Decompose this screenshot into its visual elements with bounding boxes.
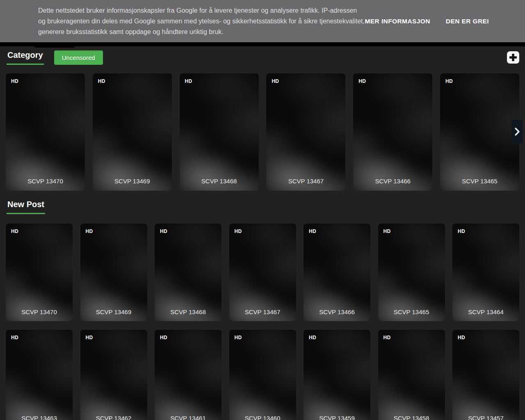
video-card[interactable]: HD SCVP 13459 <box>304 330 370 420</box>
video-thumbnail <box>353 73 432 191</box>
video-card[interactable]: HD SCVP 13469 <box>80 224 147 321</box>
hd-badge: HD <box>235 335 242 340</box>
hd-badge: HD <box>445 78 453 84</box>
hd-badge: HD <box>383 228 391 234</box>
cookie-actions: MER INFORMASJON DEN ER GREI <box>365 18 489 25</box>
video-card[interactable]: HD SCVP 13463 <box>6 330 73 420</box>
video-title: SCVP 13464 <box>452 308 519 315</box>
video-thumbnail <box>229 224 296 321</box>
carousel-next-button[interactable] <box>511 120 523 144</box>
video-card[interactable]: HD SCVP 13466 <box>304 224 370 321</box>
video-card[interactable]: HD SCVP 13465 <box>378 224 445 321</box>
category-section-header: Category Uncensored <box>6 50 519 65</box>
video-thumbnail <box>452 224 519 321</box>
video-thumbnail <box>80 224 147 321</box>
main-content: Category Uncensored HD SCVP 13470 HD <box>0 46 525 420</box>
cookie-message: Dette nettstedet bruker informasjonskaps… <box>38 5 365 37</box>
hd-badge: HD <box>235 228 242 234</box>
chevron-right-icon <box>514 127 520 136</box>
video-card[interactable]: HD SCVP 13468 <box>155 224 221 321</box>
hd-badge: HD <box>86 228 93 234</box>
video-thumbnail <box>440 73 519 191</box>
video-title: SCVP 13467 <box>229 308 296 315</box>
video-thumbnail <box>155 330 221 420</box>
video-card[interactable]: HD SCVP 13467 <box>266 73 345 191</box>
video-card[interactable]: HD SCVP 13465 <box>440 73 519 191</box>
new-post-row-1: HD SCVP 13470 HD SCVP 13469 HD SCVP 1346… <box>6 224 519 321</box>
hd-badge: HD <box>458 335 465 340</box>
cookie-consent-banner: Dette nettstedet bruker informasjonskaps… <box>0 0 525 42</box>
video-title: SCVP 13465 <box>440 178 519 185</box>
video-thumbnail <box>378 330 445 420</box>
video-thumbnail <box>93 73 172 191</box>
video-title: SCVP 13466 <box>304 308 370 315</box>
video-thumbnail <box>452 330 519 420</box>
video-title: SCVP 13468 <box>155 308 221 315</box>
video-title: SCVP 13461 <box>155 415 221 420</box>
video-card[interactable]: HD SCVP 13464 <box>452 224 519 321</box>
video-thumbnail <box>266 73 345 191</box>
new-post-row-2: HD SCVP 13463 HD SCVP 13462 HD SCVP 1346… <box>6 330 519 420</box>
video-thumbnail <box>304 224 370 321</box>
hd-badge: HD <box>358 78 366 84</box>
video-thumbnail <box>80 330 147 420</box>
video-title: SCVP 13467 <box>266 178 345 185</box>
video-thumbnail <box>304 330 370 420</box>
hd-badge: HD <box>11 228 18 234</box>
video-thumbnail <box>378 224 445 321</box>
navbar-strip <box>0 42 525 46</box>
video-card[interactable]: HD SCVP 13458 <box>378 330 445 420</box>
hd-badge: HD <box>272 78 279 84</box>
new-post-section-header: New Post <box>6 200 519 214</box>
video-thumbnail <box>229 330 296 420</box>
hd-badge: HD <box>160 335 167 340</box>
hd-badge: HD <box>160 228 167 234</box>
hd-badge: HD <box>86 335 93 340</box>
video-card[interactable]: HD SCVP 13469 <box>93 73 172 191</box>
accept-cookies-button[interactable]: DEN ER GREI <box>446 18 489 25</box>
hd-badge: HD <box>185 78 192 84</box>
plus-icon <box>509 53 518 62</box>
video-card[interactable]: HD SCVP 13462 <box>80 330 147 420</box>
uncensored-filter-button[interactable]: Uncensored <box>54 50 103 65</box>
video-title: SCVP 13465 <box>378 308 445 315</box>
video-card[interactable]: HD SCVP 13470 <box>6 224 73 321</box>
hd-badge: HD <box>11 335 18 340</box>
video-title: SCVP 13470 <box>6 178 85 185</box>
video-card[interactable]: HD SCVP 13468 <box>180 73 259 191</box>
hd-badge: HD <box>98 78 105 84</box>
hd-badge: HD <box>458 228 465 234</box>
category-title: Category <box>7 50 44 65</box>
video-card[interactable]: HD SCVP 13460 <box>229 330 296 420</box>
video-thumbnail <box>155 224 221 321</box>
video-title: SCVP 13469 <box>93 178 172 185</box>
video-title: SCVP 13463 <box>6 415 73 420</box>
video-card[interactable]: HD SCVP 13461 <box>155 330 221 420</box>
video-title: SCVP 13468 <box>180 178 259 185</box>
video-card[interactable]: HD SCVP 13466 <box>353 73 432 191</box>
video-thumbnail <box>6 330 73 420</box>
video-title: SCVP 13462 <box>80 415 147 420</box>
video-title: SCVP 13457 <box>452 415 519 420</box>
hd-badge: HD <box>309 335 316 340</box>
video-title: SCVP 13459 <box>304 415 370 420</box>
video-card[interactable]: HD SCVP 13457 <box>452 330 519 420</box>
page: Dette nettstedet bruker informasjonskaps… <box>0 0 525 420</box>
hd-badge: HD <box>309 228 316 234</box>
new-post-title: New Post <box>7 200 45 214</box>
video-title: SCVP 13458 <box>378 415 445 420</box>
more-info-button[interactable]: MER INFORMASJON <box>365 18 430 25</box>
video-title: SCVP 13470 <box>6 308 73 315</box>
video-title: SCVP 13469 <box>80 308 147 315</box>
video-thumbnail <box>6 73 85 191</box>
navbar-tab <box>35 42 75 48</box>
plus-button[interactable] <box>507 51 519 64</box>
hd-badge: HD <box>11 78 18 84</box>
video-thumbnail <box>180 73 259 191</box>
video-card[interactable]: HD SCVP 13470 <box>6 73 85 191</box>
hd-badge: HD <box>383 335 391 340</box>
video-thumbnail <box>6 224 73 321</box>
category-carousel: HD SCVP 13470 HD SCVP 13469 HD SCVP 1346… <box>6 73 519 191</box>
video-title: SCVP 13466 <box>353 178 432 185</box>
video-card[interactable]: HD SCVP 13467 <box>229 224 296 321</box>
